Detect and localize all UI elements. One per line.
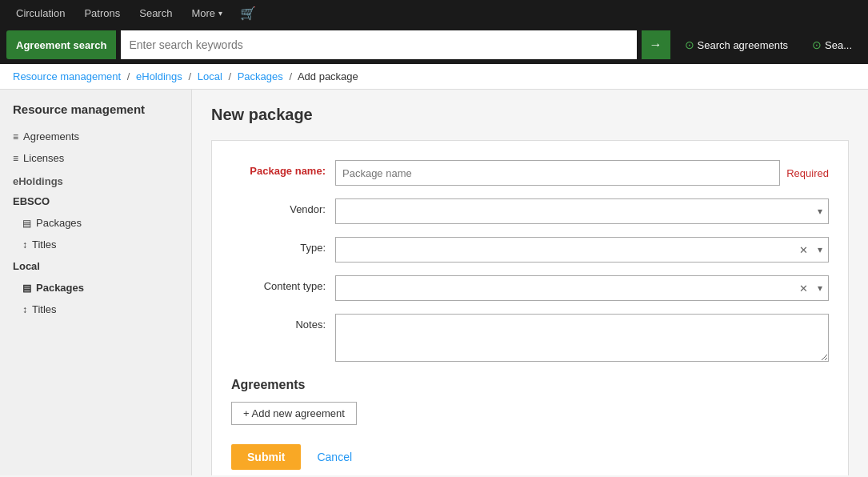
agreements-icon: ≡ (13, 131, 18, 142)
nav-search[interactable]: Search (130, 0, 182, 26)
form-row-vendor: Vendor: ▾ (231, 198, 829, 224)
nav-circulation[interactable]: Circulation (6, 0, 74, 26)
search-input-wrapper (121, 30, 636, 59)
agreement-search-label: Agreement search (6, 30, 116, 59)
required-badge: Required (786, 167, 829, 179)
type-label: Type: (231, 237, 335, 254)
content-area: New package Package name: Required Vendo… (192, 90, 868, 475)
breadcrumb-resource-management[interactable]: Resource management (13, 70, 121, 82)
form-row-notes: Notes: (231, 314, 829, 362)
sidebar-group-eholdings: eHoldings (0, 169, 191, 190)
type-clear-icon[interactable]: ✕ (799, 244, 808, 256)
content-type-field: ✕ ▾ (335, 275, 829, 301)
nav-more[interactable]: More ▾ (182, 0, 232, 26)
search-extra-icon: ⊙ (812, 38, 822, 51)
form-card: Package name: Required Vendor: ▾ (211, 140, 849, 475)
search-go-button[interactable]: → (642, 30, 670, 59)
sidebar-item-local-packages[interactable]: ▤ Packages (0, 277, 191, 299)
package-name-field: Required (335, 160, 829, 186)
local-packages-icon: ▤ (22, 283, 31, 294)
notes-label: Notes: (231, 314, 335, 331)
sidebar-item-licenses[interactable]: ≡ Licenses (0, 147, 191, 169)
page-title: New package (211, 106, 849, 124)
package-name-label: Package name: (231, 160, 335, 177)
vendor-select-wrapper: ▾ (335, 198, 829, 224)
agreements-title: Agreements (231, 378, 829, 392)
local-titles-icon: ↕ (22, 304, 27, 315)
search-input[interactable] (121, 30, 636, 59)
form-row-content-type: Content type: ✕ ▾ (231, 275, 829, 301)
type-select-wrapper: ✕ ▾ (335, 237, 829, 263)
sidebar-item-local-titles[interactable]: ↕ Titles (0, 299, 191, 320)
submit-button[interactable]: Submit (231, 444, 301, 470)
form-row-package-name: Package name: Required (231, 160, 829, 186)
type-select[interactable] (335, 237, 829, 263)
main-layout: Resource management ≡ Agreements ≡ Licen… (0, 90, 868, 475)
breadcrumb-current: Add package (298, 70, 358, 82)
content-type-select-wrapper: ✕ ▾ (335, 275, 829, 301)
breadcrumb-packages[interactable]: Packages (238, 70, 283, 82)
vendor-field: ▾ (335, 198, 829, 224)
ebsco-packages-icon: ▤ (22, 218, 31, 229)
sidebar: Resource management ≡ Agreements ≡ Licen… (0, 90, 192, 475)
notes-textarea[interactable] (335, 314, 829, 362)
add-agreement-button[interactable]: + Add new agreement (231, 402, 357, 425)
breadcrumb-local[interactable]: Local (198, 70, 222, 82)
content-type-select[interactable] (335, 275, 829, 301)
breadcrumb: Resource management / eHoldings / Local … (0, 64, 868, 90)
sidebar-item-ebsco: EBSCO (0, 190, 191, 212)
type-field: ✕ ▾ (335, 237, 829, 263)
vendor-select[interactable] (335, 198, 829, 224)
sidebar-item-ebsco-titles[interactable]: ↕ Titles (0, 234, 191, 255)
package-name-input[interactable] (335, 160, 780, 186)
sidebar-item-agreements[interactable]: ≡ Agreements (0, 126, 191, 147)
nav-patrons[interactable]: Patrons (74, 0, 130, 26)
content-type-clear-icon[interactable]: ✕ (799, 283, 808, 295)
vendor-label: Vendor: (231, 198, 335, 215)
cart-icon[interactable]: 🛒 (232, 6, 264, 21)
search-agreements-icon: ⊙ (685, 38, 694, 51)
notes-field (335, 314, 829, 362)
sidebar-item-ebsco-packages[interactable]: ▤ Packages (0, 212, 191, 234)
sidebar-heading: Resource management (0, 102, 191, 126)
sidebar-item-local: Local (0, 255, 191, 277)
search-bar-row: Agreement search → ⊙ Search agreements ⊙… (0, 26, 868, 64)
cancel-button[interactable]: Cancel (314, 444, 355, 470)
agreements-section: Agreements + Add new agreement (231, 378, 829, 425)
search-extra-button[interactable]: ⊙ Sea... (802, 38, 862, 51)
content-type-label: Content type: (231, 275, 335, 292)
breadcrumb-eholdings[interactable]: eHoldings (136, 70, 182, 82)
more-dropdown-arrow: ▾ (218, 9, 222, 18)
top-navigation: Circulation Patrons Search More ▾ 🛒 (0, 0, 868, 26)
form-row-type: Type: ✕ ▾ (231, 237, 829, 263)
licenses-icon: ≡ (13, 153, 18, 164)
ebsco-titles-icon: ↕ (22, 239, 27, 251)
search-agreements-button[interactable]: ⊙ Search agreements (675, 38, 798, 51)
search-go-arrow-icon: → (650, 38, 662, 52)
action-row: Submit Cancel (231, 444, 829, 470)
